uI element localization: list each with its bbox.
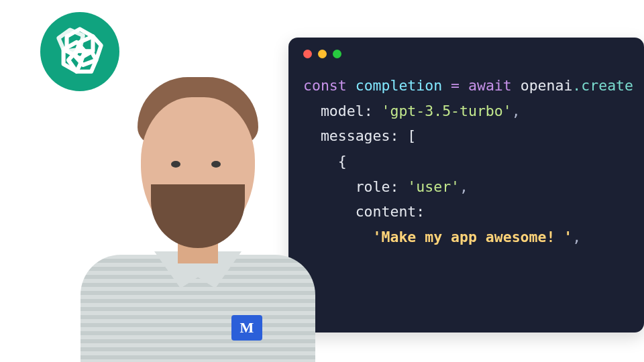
dot-operator: .	[572, 77, 581, 94]
code-snippet: const completion = await openai.create m…	[303, 73, 629, 249]
comma: ,	[572, 229, 581, 245]
colon: :	[390, 178, 398, 195]
shirt-logo-badge: M	[231, 315, 262, 341]
zoom-icon[interactable]	[333, 50, 341, 58]
openai-logo	[40, 12, 119, 91]
window-traffic-lights	[303, 50, 629, 58]
prop-content: content	[356, 203, 417, 220]
method-create: create	[581, 77, 633, 94]
openai-knot-icon	[54, 24, 106, 79]
prop-messages: messages	[321, 127, 390, 144]
code-editor-window: const completion = await openai.create m…	[288, 38, 644, 333]
string-content-value: 'Make my app awesome! '	[373, 229, 573, 245]
brace-open: {	[338, 153, 347, 170]
comma: ,	[512, 103, 521, 119]
string-model-value: 'gpt-3.5-turbo'	[382, 103, 512, 119]
string-role-value: 'user'	[407, 178, 460, 195]
prop-role: role	[356, 178, 390, 195]
prop-model: model	[321, 103, 364, 119]
colon: :	[364, 103, 373, 119]
comma: ,	[460, 178, 468, 195]
identifier-openai: openai	[521, 77, 573, 94]
keyword-const: const	[303, 77, 347, 94]
presenter-photo: M	[74, 60, 322, 362]
bracket-open: [	[407, 127, 416, 144]
minimize-icon[interactable]	[318, 50, 327, 58]
colon: :	[390, 127, 398, 144]
identifier-completion: completion	[356, 77, 442, 94]
operator-equals: =	[451, 77, 460, 94]
keyword-await: await	[468, 77, 512, 94]
colon: :	[416, 203, 425, 220]
close-icon[interactable]	[303, 50, 312, 58]
